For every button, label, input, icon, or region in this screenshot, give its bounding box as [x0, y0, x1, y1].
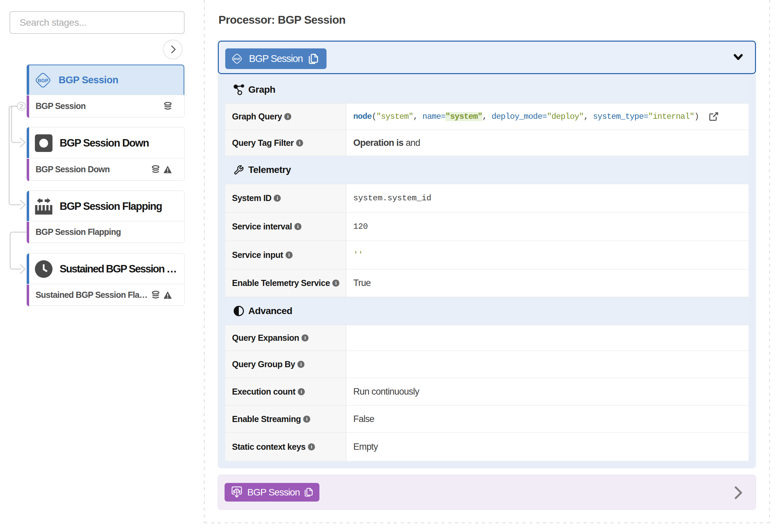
svg-text:BGP: BGP [38, 77, 48, 83]
svg-text:BGP: BGP [233, 57, 240, 61]
svg-text:2: 2 [20, 103, 23, 110]
